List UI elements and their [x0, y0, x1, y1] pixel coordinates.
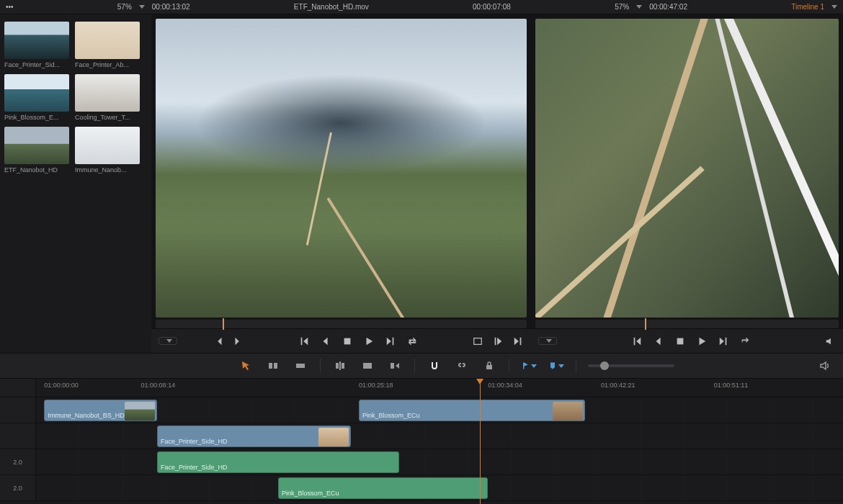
clip-thumbnail[interactable]: Pink_Blossom_E...	[4, 74, 69, 121]
play-button[interactable]	[363, 336, 375, 347]
timeline-tracks: Immune_Nanobot_BS_HD↘Pink_Blossom_ECu↘ F…	[0, 397, 843, 504]
program-canvas[interactable]	[535, 19, 839, 318]
svg-rect-11	[363, 363, 372, 369]
source-scrub-bar[interactable]	[156, 320, 527, 328]
first-frame-button[interactable]	[631, 336, 643, 347]
clip-label: Immune_Nanobot_BS_HD	[48, 412, 125, 419]
source-viewer	[151, 14, 531, 353]
playhead[interactable]	[480, 379, 481, 504]
clip-thumbnail[interactable]: Face_Printer_Ab...	[75, 22, 140, 68]
track-header[interactable]: 2.0	[0, 449, 36, 474]
clip-thumbnail[interactable]: Immune_Nanob...	[75, 127, 140, 174]
pointer-tool-button[interactable]	[238, 358, 254, 374]
match-frame-button[interactable]	[472, 336, 483, 347]
video-clip[interactable]: Face_Printer_Side_HD↘	[157, 426, 351, 447]
clip-label: Face_Printer_Ab...	[75, 61, 140, 68]
zoom-slider[interactable]	[588, 364, 674, 367]
loop-button[interactable]	[739, 336, 751, 347]
program-transport	[531, 328, 843, 353]
flag-button[interactable]	[521, 358, 537, 374]
timeline-name[interactable]: Timeline 1	[791, 3, 824, 11]
ruler-tick: 01:00:51:11	[714, 382, 749, 389]
marker-button[interactable]	[548, 358, 564, 374]
svg-rect-1	[344, 338, 350, 344]
prev-frame-button[interactable]	[653, 336, 664, 347]
first-frame-button[interactable]	[298, 336, 310, 347]
trim-tool-button[interactable]	[265, 358, 281, 374]
ruler-tick: 01:00:25:18	[359, 382, 393, 389]
ruler-tick: 01:00:00:00	[44, 382, 79, 389]
ruler-tick: 01:00:42:21	[601, 382, 635, 389]
clip-label: Pink_Blossom_ECu	[282, 490, 339, 497]
svg-rect-9	[342, 363, 344, 369]
options-icon[interactable]: •••	[6, 3, 14, 11]
next-frame-button[interactable]	[718, 336, 729, 347]
mark-out-button[interactable]	[232, 336, 244, 347]
mark-in-button[interactable]	[213, 336, 225, 347]
snap-button[interactable]	[427, 358, 442, 374]
program-timecode: 00:00:07:08	[473, 3, 511, 11]
insert-next-button[interactable]	[512, 336, 524, 347]
timeline-toolbar	[0, 353, 843, 379]
audio-track-1[interactable]: 2.0 Face_Printer_Side_HD	[0, 449, 843, 475]
loop-button[interactable]	[406, 336, 418, 347]
program-duration: 00:00:47:02	[649, 3, 687, 11]
video-track-2[interactable]: Face_Printer_Side_HD↘	[0, 423, 843, 449]
clip-label: Face_Printer_Sid...	[4, 61, 69, 68]
timeline-ruler[interactable]: 01:00:00:0001:00:08:1401:00:25:1801:00:3…	[0, 379, 843, 397]
overwrite-button[interactable]	[360, 358, 375, 374]
track-header[interactable]	[0, 397, 36, 423]
video-clip[interactable]: Pink_Blossom_ECu↘	[359, 400, 585, 421]
stop-button[interactable]	[674, 336, 686, 347]
stop-button[interactable]	[342, 336, 353, 347]
chevron-down-icon[interactable]	[139, 5, 145, 9]
play-button[interactable]	[696, 336, 708, 347]
audio-track-2[interactable]: 2.0 Pink_Blossom_ECu	[0, 475, 843, 501]
source-canvas[interactable]	[156, 19, 527, 318]
program-scrub-bar[interactable]	[535, 320, 839, 328]
ruler-tick: 01:00:34:04	[488, 382, 522, 389]
crop-mode-button[interactable]	[159, 337, 177, 345]
chevron-down-icon[interactable]	[636, 5, 642, 9]
next-frame-button[interactable]	[385, 336, 396, 347]
video-clip[interactable]: Immune_Nanobot_BS_HD↘	[44, 400, 157, 421]
chevron-down-icon[interactable]	[831, 5, 837, 9]
program-viewer	[531, 14, 843, 353]
track-header[interactable]	[0, 423, 36, 449]
svg-rect-2	[474, 338, 482, 344]
insert-button[interactable]	[332, 358, 348, 374]
blade-tool-button[interactable]	[293, 358, 308, 374]
top-header: ••• 57% 00:00:13:02 ETF_Nanobot_HD.mov 0…	[0, 0, 843, 14]
svg-rect-4	[677, 338, 683, 344]
clip-thumbnail[interactable]: Face_Printer_Sid...	[4, 22, 69, 68]
clip-label: Pink_Blossom_ECu	[362, 412, 420, 419]
program-scrub-pos[interactable]	[645, 318, 646, 330]
lock-button[interactable]	[481, 358, 497, 374]
audio-clip[interactable]: Face_Printer_Side_HD	[157, 451, 399, 473]
source-zoom[interactable]: 57%	[117, 3, 132, 11]
svg-rect-12	[391, 363, 394, 369]
clip-thumbnail[interactable]: ETF_Nanobot_HD	[4, 127, 69, 174]
link-button[interactable]	[454, 358, 470, 374]
clip-label: Cooling_Tower_T...	[75, 114, 140, 121]
media-pool: Face_Printer_Sid... Face_Printer_Ab... P…	[0, 14, 151, 353]
clip-label: Immune_Nanob...	[75, 166, 140, 174]
mixer-icon[interactable]	[817, 358, 833, 374]
ruler-head	[0, 379, 36, 397]
insert-prev-button[interactable]	[492, 336, 504, 347]
clip-thumbnail[interactable]: Cooling_Tower_T...	[75, 74, 140, 121]
zoom-knob[interactable]	[600, 361, 609, 370]
crop-mode-button[interactable]	[538, 337, 557, 345]
source-scrub-pos[interactable]	[223, 318, 224, 330]
svg-rect-10	[339, 361, 341, 370]
audio-clip[interactable]: Pink_Blossom_ECu	[278, 477, 488, 499]
prev-frame-button[interactable]	[320, 336, 331, 347]
program-zoom[interactable]: 57%	[615, 3, 629, 11]
svg-rect-6	[274, 363, 277, 369]
video-track-1[interactable]: Immune_Nanobot_BS_HD↘Pink_Blossom_ECu↘	[0, 397, 843, 423]
clip-label: Face_Printer_Side_HD	[161, 438, 228, 445]
replace-button[interactable]	[387, 358, 403, 374]
source-timecode: 00:00:13:02	[152, 3, 190, 11]
track-header[interactable]: 2.0	[0, 475, 36, 500]
volume-icon[interactable]	[824, 336, 836, 347]
